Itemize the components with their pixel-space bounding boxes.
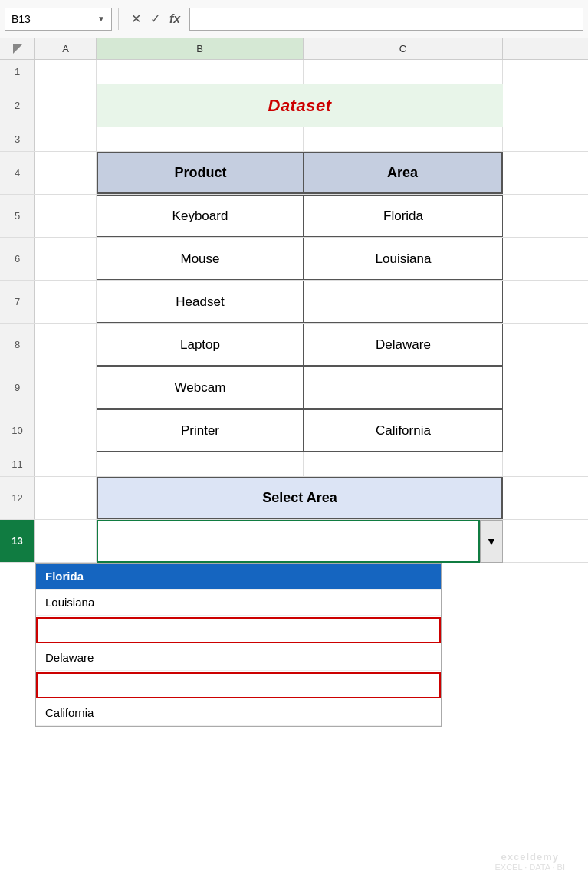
watermark-logo: exceldemy bbox=[495, 851, 566, 863]
row-num-5: 5 bbox=[0, 195, 35, 237]
cell-a12[interactable] bbox=[35, 477, 97, 519]
watermark: exceldemy EXCEL · DATA · BI bbox=[495, 851, 566, 872]
cell-a1[interactable] bbox=[35, 60, 97, 84]
cell-a4[interactable] bbox=[35, 152, 97, 194]
column-headers: A B C bbox=[0, 38, 588, 60]
dropdown-cell-b13[interactable] bbox=[97, 520, 480, 563]
dataset-title-cell[interactable]: Dataset bbox=[97, 84, 503, 127]
name-box-value: B13 bbox=[11, 13, 31, 25]
row-num-10: 10 bbox=[0, 409, 35, 452]
cell-b1[interactable] bbox=[97, 60, 304, 84]
name-box[interactable]: B13 ▼ bbox=[5, 8, 112, 31]
row-num-11: 11 bbox=[0, 452, 35, 476]
col-header-c[interactable]: C bbox=[304, 38, 503, 59]
cell-b5[interactable]: Keyboard bbox=[97, 195, 304, 237]
cell-a9[interactable] bbox=[35, 366, 97, 409]
row-num-3: 3 bbox=[0, 127, 35, 151]
cell-c5[interactable]: Florida bbox=[304, 195, 503, 237]
watermark-tagline: EXCEL · DATA · BI bbox=[495, 863, 566, 872]
cell-a2[interactable] bbox=[35, 84, 97, 127]
dropdown-arrow-icon: ▼ bbox=[486, 535, 497, 547]
cell-b4-header[interactable]: Product bbox=[97, 152, 304, 194]
row-11: 11 bbox=[0, 452, 588, 477]
corner-cell bbox=[0, 38, 35, 59]
dropdown-option-delaware[interactable]: Delaware bbox=[36, 645, 441, 671]
cell-b3[interactable] bbox=[97, 127, 304, 151]
cell-c6[interactable]: Louisiana bbox=[304, 238, 503, 280]
row-num-12: 12 bbox=[0, 477, 35, 519]
row-13: 13 ▼ Florida Louisiana Delaware bbox=[0, 520, 588, 563]
row-num-7: 7 bbox=[0, 281, 35, 323]
cell-b7[interactable]: Headset bbox=[97, 281, 304, 323]
row-num-8: 8 bbox=[0, 324, 35, 366]
row-num-4: 4 bbox=[0, 152, 35, 194]
area-header: Area bbox=[387, 165, 418, 181]
cell-a10[interactable] bbox=[35, 409, 97, 452]
row-num-9: 9 bbox=[0, 366, 35, 409]
cell-a13[interactable] bbox=[35, 520, 97, 562]
dropdown-option-california[interactable]: California bbox=[36, 700, 441, 726]
row-num-13: 13 bbox=[0, 520, 35, 562]
dropdown-arrow-button[interactable]: ▼ bbox=[480, 520, 503, 563]
dropdown-option-louisiana[interactable]: Louisiana bbox=[36, 590, 441, 616]
cell-c9[interactable] bbox=[304, 366, 503, 409]
row-6: 6 Mouse Louisiana bbox=[0, 238, 588, 281]
cell-b6[interactable]: Mouse bbox=[97, 238, 304, 280]
dataset-title: Dataset bbox=[268, 96, 332, 116]
cell-b10[interactable]: Printer bbox=[97, 409, 304, 452]
cell-c3[interactable] bbox=[304, 127, 503, 151]
cell-c8[interactable]: Delaware bbox=[304, 324, 503, 366]
spreadsheet: A B C 1 2 Dataset 3 4 bbox=[0, 38, 588, 884]
row-9: 9 Webcam bbox=[0, 366, 588, 409]
dropdown-option-empty-1[interactable] bbox=[36, 617, 441, 643]
col-header-b[interactable]: B bbox=[97, 38, 304, 59]
confirm-icon[interactable]: ✓ bbox=[150, 12, 160, 26]
dropdown-option-florida[interactable]: Florida bbox=[36, 564, 441, 590]
row-num-2: 2 bbox=[0, 84, 35, 127]
dropdown-list[interactable]: Florida Louisiana Delaware California bbox=[35, 563, 442, 727]
select-area-title: Select Area bbox=[262, 490, 337, 506]
formula-input[interactable] bbox=[189, 8, 583, 31]
row-10: 10 Printer California bbox=[0, 409, 588, 452]
cell-a5[interactable] bbox=[35, 195, 97, 237]
fx-icon: fx bbox=[169, 12, 180, 26]
formula-icons: ✕ ✓ fx bbox=[131, 12, 180, 26]
product-header: Product bbox=[174, 165, 226, 181]
cell-a6[interactable] bbox=[35, 238, 97, 280]
cell-a8[interactable] bbox=[35, 324, 97, 366]
row-7: 7 Headset bbox=[0, 281, 588, 324]
cell-a7[interactable] bbox=[35, 281, 97, 323]
dropdown-option-empty-2[interactable] bbox=[36, 672, 441, 698]
row-5: 5 Keyboard Florida bbox=[0, 195, 588, 238]
cell-b8[interactable]: Laptop bbox=[97, 324, 304, 366]
row-3: 3 bbox=[0, 127, 588, 152]
row-2: 2 Dataset bbox=[0, 84, 588, 127]
cell-c7[interactable] bbox=[304, 281, 503, 323]
row-8: 8 Laptop Delaware bbox=[0, 324, 588, 366]
cell-c4-header[interactable]: Area bbox=[304, 152, 503, 194]
cancel-icon[interactable]: ✕ bbox=[131, 12, 141, 26]
col-header-a[interactable]: A bbox=[35, 38, 97, 59]
row-4: 4 Product Area bbox=[0, 152, 588, 195]
formula-bar: B13 ▼ ✕ ✓ fx bbox=[0, 0, 588, 38]
cell-c11[interactable] bbox=[304, 452, 503, 476]
row-12: 12 Select Area bbox=[0, 477, 588, 520]
cell-a11[interactable] bbox=[35, 452, 97, 476]
row-num-1: 1 bbox=[0, 60, 35, 84]
cell-b11[interactable] bbox=[97, 452, 304, 476]
formula-divider bbox=[118, 8, 119, 30]
cell-b9[interactable]: Webcam bbox=[97, 366, 304, 409]
select-area-header-cell: Select Area bbox=[97, 477, 503, 519]
select-all-triangle[interactable] bbox=[13, 44, 22, 54]
row-num-6: 6 bbox=[0, 238, 35, 280]
cell-c10[interactable]: California bbox=[304, 409, 503, 452]
rows-container: 1 2 Dataset 3 4 Product bbox=[0, 60, 588, 884]
cell-c1[interactable] bbox=[304, 60, 503, 84]
cell-a3[interactable] bbox=[35, 127, 97, 151]
name-box-dropdown-icon[interactable]: ▼ bbox=[97, 15, 105, 23]
row-1: 1 bbox=[0, 60, 588, 84]
